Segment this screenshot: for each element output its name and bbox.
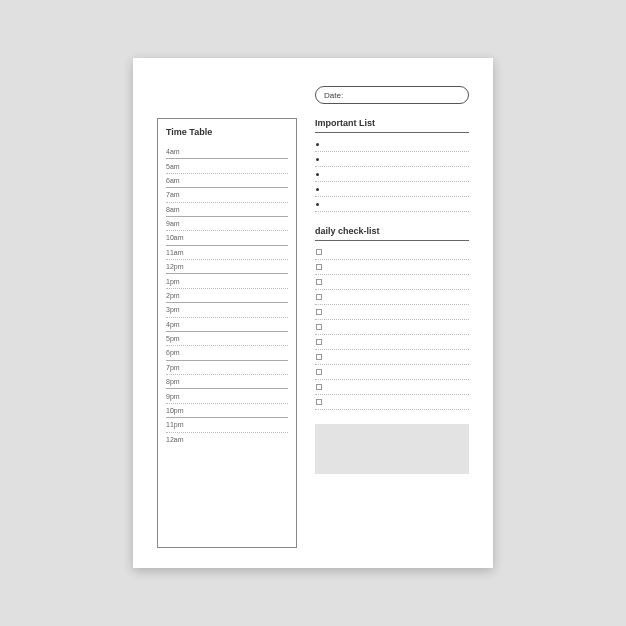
check-row[interactable] (315, 380, 469, 395)
checklist-heading: daily check-list (315, 226, 469, 241)
timetable-box: Time Table 4am5am6am7am8am9am10am11am12p… (157, 118, 297, 548)
time-row[interactable]: 11pm (166, 418, 288, 432)
planner-page: Time Table 4am5am6am7am8am9am10am11am12p… (133, 58, 493, 568)
bullet-icon (316, 158, 319, 161)
right-column: Date: Important List daily check-list (315, 86, 469, 548)
time-row[interactable]: 12pm (166, 260, 288, 274)
important-row[interactable] (315, 197, 469, 212)
checkbox-icon[interactable] (316, 249, 322, 255)
timetable-rows: 4am5am6am7am8am9am10am11am12pm1pm2pm3pm4… (166, 145, 288, 446)
time-row[interactable]: 10am (166, 231, 288, 245)
time-row[interactable]: 5am (166, 159, 288, 173)
check-row[interactable] (315, 260, 469, 275)
time-row[interactable]: 7pm (166, 361, 288, 375)
check-row[interactable] (315, 365, 469, 380)
check-row[interactable] (315, 245, 469, 260)
time-row[interactable]: 6pm (166, 346, 288, 360)
checkbox-icon[interactable] (316, 264, 322, 270)
time-row[interactable]: 4am (166, 145, 288, 159)
important-row[interactable] (315, 152, 469, 167)
time-row[interactable]: 9pm (166, 389, 288, 403)
check-row[interactable] (315, 320, 469, 335)
checkbox-icon[interactable] (316, 294, 322, 300)
important-list (315, 137, 469, 212)
check-row[interactable] (315, 290, 469, 305)
checkbox-icon[interactable] (316, 309, 322, 315)
time-row[interactable]: 6am (166, 174, 288, 188)
checkbox-icon[interactable] (316, 354, 322, 360)
checklist (315, 245, 469, 410)
bullet-icon (316, 188, 319, 191)
time-row[interactable]: 8pm (166, 375, 288, 389)
checkbox-icon[interactable] (316, 339, 322, 345)
check-row[interactable] (315, 335, 469, 350)
important-row[interactable] (315, 137, 469, 152)
time-row[interactable]: 8am (166, 203, 288, 217)
checkbox-icon[interactable] (316, 279, 322, 285)
time-row[interactable]: 1pm (166, 274, 288, 288)
date-label: Date: (324, 91, 343, 100)
bullet-icon (316, 203, 319, 206)
checkbox-icon[interactable] (316, 369, 322, 375)
important-row[interactable] (315, 182, 469, 197)
time-row[interactable]: 10pm (166, 404, 288, 418)
checkbox-icon[interactable] (316, 384, 322, 390)
bullet-icon (316, 143, 319, 146)
time-row[interactable]: 5pm (166, 332, 288, 346)
checkbox-icon[interactable] (316, 324, 322, 330)
time-row[interactable]: 4pm (166, 318, 288, 332)
time-row[interactable]: 7am (166, 188, 288, 202)
important-row[interactable] (315, 167, 469, 182)
date-field[interactable]: Date: (315, 86, 469, 104)
important-heading: Important List (315, 118, 469, 133)
notes-box[interactable] (315, 424, 469, 474)
check-row[interactable] (315, 275, 469, 290)
check-row[interactable] (315, 350, 469, 365)
bullet-icon (316, 173, 319, 176)
time-row[interactable]: 9am (166, 217, 288, 231)
time-row[interactable]: 2pm (166, 289, 288, 303)
check-row[interactable] (315, 395, 469, 410)
time-row[interactable]: 3pm (166, 303, 288, 317)
time-row[interactable]: 11am (166, 246, 288, 260)
time-row[interactable]: 12am (166, 433, 288, 446)
check-row[interactable] (315, 305, 469, 320)
left-column: Time Table 4am5am6am7am8am9am10am11am12p… (157, 86, 297, 548)
timetable-heading: Time Table (166, 127, 288, 137)
checkbox-icon[interactable] (316, 399, 322, 405)
